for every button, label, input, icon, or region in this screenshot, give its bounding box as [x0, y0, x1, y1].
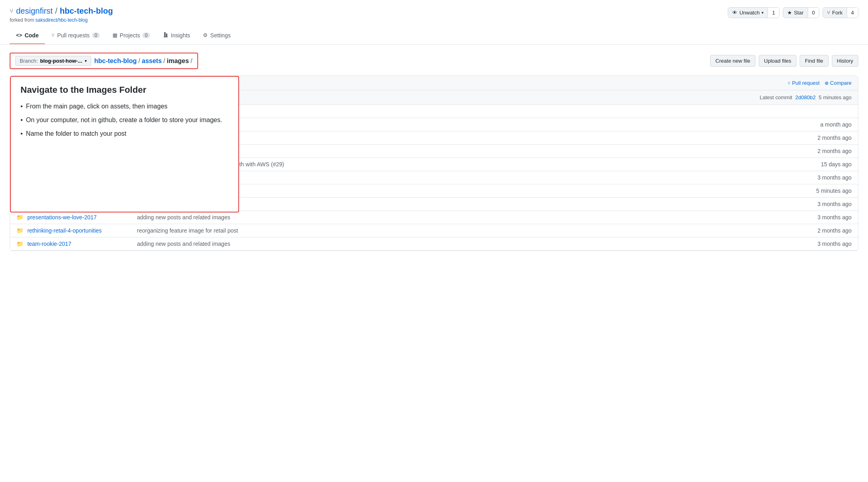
- latest-commit-prefix: Latest commit: [760, 94, 792, 100]
- tab-insights[interactable]: Insights: [156, 27, 197, 44]
- breadcrumb-sep1: /: [138, 57, 140, 65]
- breadcrumb-current: images: [167, 57, 189, 65]
- owner-icon: ⑂: [10, 8, 14, 15]
- branch-selector[interactable]: Branch: blog-post-how-... ▾: [15, 56, 91, 66]
- pull-request-link[interactable]: ⑂ Pull request: [788, 80, 820, 86]
- star-button[interactable]: ★ Star: [783, 8, 808, 18]
- repo-action-buttons: 👁 Unwatch ▾ 1 ★ Star 0 ⑂ Fork: [728, 7, 858, 18]
- annotation-item-1: • From the main page, click on assets, t…: [20, 102, 229, 111]
- folder-icon: 📁: [16, 227, 23, 234]
- annotation-overlay: Navigate to the Images Folder • From the…: [10, 76, 239, 212]
- file-table-container: Navigate to the Images Folder • From the…: [10, 76, 858, 251]
- history-button[interactable]: History: [832, 55, 858, 67]
- pull-requests-icon: ⑂: [51, 32, 55, 38]
- unwatch-label: Unwatch: [739, 10, 760, 16]
- annotation-item-1-text: From the main page, click on assets, the…: [26, 102, 168, 111]
- find-file-button[interactable]: Find file: [800, 55, 829, 67]
- compare-icon: ⊕: [825, 80, 829, 86]
- annotation-item-2-text: On your computer, not in github, create …: [26, 115, 222, 125]
- fork-button[interactable]: ⑂ Fork: [823, 8, 847, 18]
- settings-icon: ⚙: [203, 32, 208, 38]
- fork-label: Fork: [832, 10, 843, 16]
- bullet-2: •: [20, 115, 23, 125]
- tab-pull-requests[interactable]: ⑂ Pull requests 0: [45, 27, 106, 44]
- tab-insights-label: Insights: [171, 32, 190, 39]
- breadcrumb-assets-link[interactable]: assets: [142, 57, 162, 65]
- branch-name: blog-post-how-...: [40, 58, 82, 64]
- breadcrumb-root-link[interactable]: hbc-tech-blog: [94, 57, 137, 65]
- upload-files-button[interactable]: Upload files: [759, 55, 796, 67]
- tab-projects-label: Projects: [120, 32, 140, 39]
- fork-count: 4: [847, 8, 858, 18]
- annotation-item-3-text: Name the folder to match your post: [26, 129, 127, 139]
- forked-from-link[interactable]: saksdirect/hbc-tech-blog: [35, 17, 88, 23]
- tab-code-label: Code: [25, 32, 39, 39]
- repo-name-link[interactable]: hbc-tech-blog: [60, 6, 113, 16]
- pull-request-label: Pull request: [792, 80, 820, 86]
- fork-icon: ⑂: [827, 10, 830, 16]
- file-name-link[interactable]: rethinking-retail-4-oportunities: [27, 227, 102, 234]
- file-action-buttons: Create new file Upload files Find file H…: [710, 55, 858, 67]
- create-new-file-button[interactable]: Create new file: [710, 55, 755, 67]
- tab-projects[interactable]: ▦ Projects 0: [106, 27, 156, 44]
- folder-icon: 📁: [16, 214, 23, 221]
- commit-hash-link[interactable]: 2d080b2: [795, 94, 816, 100]
- pull-request-icon: ⑂: [788, 80, 790, 86]
- compare-label: Compare: [830, 80, 852, 86]
- table-row: 📁 team-rookie-2017 adding new posts and …: [10, 237, 858, 251]
- unwatch-count: 1: [768, 8, 779, 18]
- branch-prefix: Branch:: [20, 58, 38, 64]
- star-group: ★ Star 0: [783, 7, 819, 18]
- insights-icon: [163, 32, 168, 39]
- repo-tabs: <> Code ⑂ Pull requests 0 ▦ Projects 0 I…: [10, 27, 858, 44]
- repo-owner-link[interactable]: designfirst: [16, 6, 53, 16]
- commit-time: 5 minutes ago: [819, 94, 852, 100]
- breadcrumb-sep2: /: [164, 57, 165, 65]
- breadcrumb-sep3: /: [190, 57, 192, 65]
- chevron-down-icon: ▾: [762, 10, 764, 15]
- tab-pull-requests-label: Pull requests: [57, 32, 90, 39]
- folder-icon: 📁: [16, 241, 23, 247]
- repo-slash: /: [55, 6, 57, 16]
- projects-icon: ▦: [113, 32, 117, 38]
- unwatch-button[interactable]: 👁 Unwatch ▾: [728, 8, 768, 18]
- branch-chevron-icon: ▾: [85, 59, 87, 63]
- code-icon: <>: [16, 32, 22, 38]
- breadcrumb: hbc-tech-blog / assets / images /: [94, 57, 192, 65]
- fork-group: ⑂ Fork 4: [823, 7, 858, 18]
- branch-breadcrumb-container: Branch: blog-post-how-... ▾ hbc-tech-blo…: [10, 53, 198, 69]
- projects-count: 0: [142, 33, 150, 38]
- file-name-link[interactable]: presentations-we-love-2017: [27, 214, 97, 221]
- forked-label: forked from: [10, 17, 35, 23]
- pull-requests-count: 0: [92, 33, 100, 38]
- tab-code[interactable]: <> Code: [10, 27, 45, 44]
- bullet-1: •: [20, 102, 23, 111]
- file-name-link[interactable]: team-rookie-2017: [27, 241, 72, 247]
- annotation-title: Navigate to the Images Folder: [20, 85, 229, 95]
- tab-settings-label: Settings: [210, 32, 231, 39]
- annotation-item-2: • On your computer, not in github, creat…: [20, 115, 229, 125]
- compare-link[interactable]: ⊕ Compare: [825, 80, 852, 86]
- star-icon: ★: [787, 10, 792, 16]
- table-row: 📁 presentations-we-love-2017 adding new …: [10, 211, 858, 224]
- table-row: 📁 rethinking-retail-4-oportunities reorg…: [10, 224, 858, 237]
- eye-icon: 👁: [732, 10, 737, 16]
- star-count: 0: [808, 8, 819, 18]
- unwatch-group: 👁 Unwatch ▾ 1: [728, 7, 780, 18]
- star-label: Star: [794, 10, 804, 16]
- annotation-item-3: • Name the folder to match your post: [20, 129, 229, 139]
- bullet-3: •: [20, 129, 23, 139]
- annotation-list: • From the main page, click on assets, t…: [20, 102, 229, 139]
- tab-settings[interactable]: ⚙ Settings: [197, 27, 237, 44]
